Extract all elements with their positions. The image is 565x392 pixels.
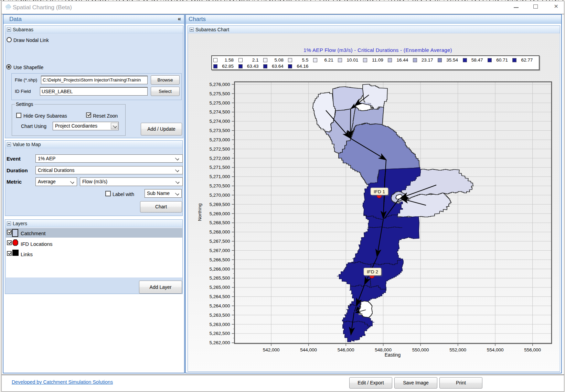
svg-text:5,273,500: 5,273,500 xyxy=(209,128,230,133)
svg-text:5,266,500: 5,266,500 xyxy=(209,257,230,262)
svg-text:IFD 2: IFD 2 xyxy=(367,269,378,274)
svg-text:5,263,500: 5,263,500 xyxy=(209,313,230,318)
svg-text:552,000: 552,000 xyxy=(449,347,466,352)
svg-text:5,270,000: 5,270,000 xyxy=(209,193,230,198)
svg-text:5,265,500: 5,265,500 xyxy=(209,275,230,281)
svg-text:542,000: 542,000 xyxy=(263,347,280,352)
svg-text:5,269,500: 5,269,500 xyxy=(209,202,230,207)
svg-text:5,272,500: 5,272,500 xyxy=(209,146,230,152)
svg-text:548,000: 548,000 xyxy=(375,347,392,352)
svg-text:5,274,000: 5,274,000 xyxy=(209,119,230,124)
svg-text:554,000: 554,000 xyxy=(487,347,504,352)
svg-text:5,270,500: 5,270,500 xyxy=(209,183,230,188)
svg-text:5,262,500: 5,262,500 xyxy=(209,331,230,336)
svg-text:5,271,500: 5,271,500 xyxy=(209,165,230,170)
svg-text:544,000: 544,000 xyxy=(300,347,317,352)
svg-text:IFD 1: IFD 1 xyxy=(374,189,385,194)
svg-text:5,262,000: 5,262,000 xyxy=(209,340,230,345)
svg-text:5,274,500: 5,274,500 xyxy=(209,109,230,115)
svg-text:5,267,000: 5,267,000 xyxy=(209,248,230,253)
svg-text:5,275,500: 5,275,500 xyxy=(209,91,230,96)
svg-text:5,269,000: 5,269,000 xyxy=(209,211,230,216)
svg-text:5,264,000: 5,264,000 xyxy=(209,303,230,308)
svg-text:5,275,000: 5,275,000 xyxy=(209,100,230,106)
svg-text:Easting: Easting xyxy=(385,352,401,358)
svg-text:5,265,000: 5,265,000 xyxy=(209,285,230,290)
svg-text:550,000: 550,000 xyxy=(412,347,429,352)
svg-text:5,268,000: 5,268,000 xyxy=(209,229,230,235)
svg-text:546,000: 546,000 xyxy=(338,347,354,352)
svg-text:5,271,000: 5,271,000 xyxy=(209,174,230,179)
svg-text:5,276,000: 5,276,000 xyxy=(209,82,230,87)
svg-text:556,000: 556,000 xyxy=(524,347,541,352)
svg-text:5,268,500: 5,268,500 xyxy=(209,220,230,225)
svg-text:5,273,000: 5,273,000 xyxy=(209,137,230,142)
svg-text:5,267,500: 5,267,500 xyxy=(209,239,230,244)
svg-text:Northing: Northing xyxy=(197,203,202,221)
svg-text:5,266,000: 5,266,000 xyxy=(209,266,230,272)
svg-text:5,263,000: 5,263,000 xyxy=(209,322,230,327)
svg-text:5,272,000: 5,272,000 xyxy=(209,156,230,161)
svg-text:5,264,500: 5,264,500 xyxy=(209,294,230,299)
